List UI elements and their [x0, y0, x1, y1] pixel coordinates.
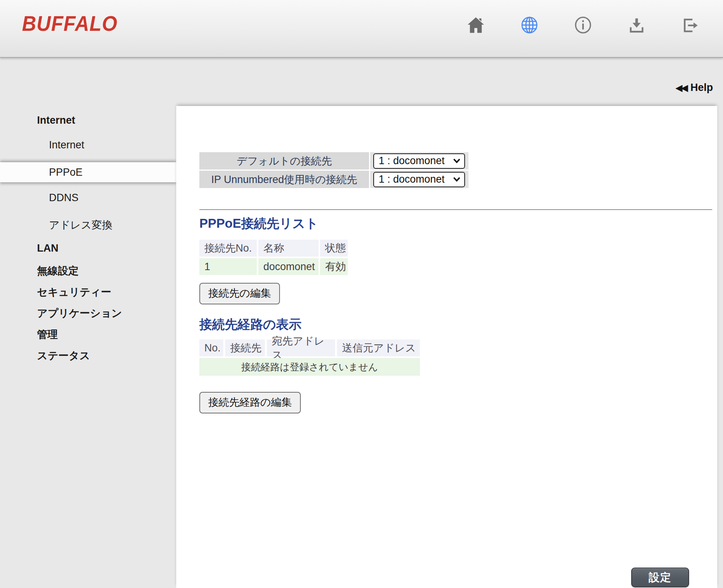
- default-destination-table: デフォルトの接続先 1 : docomonet IP Unnumbered使用時…: [199, 152, 469, 189]
- table-header-row: No. 接続先 宛先アドレス 送信元アドレス: [199, 339, 420, 356]
- sidebar-item-ddns[interactable]: DDNS: [49, 192, 79, 204]
- col-header-destination-no: 接続先No.: [199, 240, 257, 257]
- sidebar-item-pppoe[interactable]: PPPoE: [0, 162, 176, 182]
- header-icon-toolbar: [467, 16, 699, 34]
- home-icon[interactable]: [467, 16, 485, 34]
- cell-status: 有効: [320, 258, 348, 275]
- globe-icon[interactable]: [521, 16, 538, 34]
- unnumbered-destination-label: IP Unnumbered使用時の接続先: [199, 171, 369, 188]
- sidebar-section-security[interactable]: セキュリティー: [37, 285, 111, 299]
- col-header-status: 状態: [320, 240, 348, 257]
- routes-empty-message: 接続経路は登録されていません: [199, 358, 420, 376]
- help-link[interactable]: ◀◀ Help: [676, 82, 713, 94]
- cell-destination-no: 1: [199, 258, 257, 275]
- help-label: Help: [690, 82, 713, 94]
- sidebar-section-admin[interactable]: 管理: [37, 328, 58, 341]
- col-header-dest-address: 宛先アドレス: [267, 339, 335, 356]
- pppoe-list-table: 接続先No. 名称 状態 1 docomonet 有効: [199, 240, 348, 277]
- apply-settings-button[interactable]: 設定: [631, 568, 689, 587]
- table-row: IP Unnumbered使用時の接続先 1 : docomonet: [199, 171, 469, 188]
- unnumbered-destination-select[interactable]: 1 : docomonet: [373, 172, 465, 187]
- table-row: デフォルトの接続先 1 : docomonet: [199, 152, 469, 170]
- content-panel: デフォルトの接続先 1 : docomonet IP Unnumbered使用時…: [176, 106, 717, 588]
- col-header-destination: 接続先: [225, 339, 265, 356]
- default-destination-value: 1 : docomonet: [379, 155, 445, 167]
- table-row: 接続経路は登録されていません: [199, 358, 420, 376]
- col-header-no: No.: [199, 339, 223, 356]
- edit-destination-button[interactable]: 接続先の編集: [199, 283, 280, 304]
- edit-routes-button[interactable]: 接続先経路の編集: [199, 392, 301, 413]
- default-destination-cell: 1 : docomonet: [370, 152, 469, 170]
- routes-title: 接続先経路の表示: [199, 316, 302, 333]
- sidebar-section-internet[interactable]: Internet: [37, 114, 75, 126]
- help-arrows-icon: ◀◀: [676, 82, 687, 93]
- sidebar-section-applications[interactable]: アプリケーション: [37, 306, 122, 320]
- sidebar-section-status[interactable]: ステータス: [37, 349, 90, 363]
- download-icon[interactable]: [628, 16, 645, 34]
- sidebar-item-address-translation[interactable]: アドレス変換: [49, 218, 113, 232]
- sidebar-item-pppoe-label: PPPoE: [49, 166, 83, 178]
- buffalo-logo: BUFFALO: [22, 12, 118, 36]
- default-destination-label: デフォルトの接続先: [199, 152, 369, 170]
- chevron-down-icon: [453, 177, 460, 182]
- cell-name: docomonet: [258, 258, 319, 275]
- sidebar-nav: Internet Internet PPPoE DDNS アドレス変換 LAN …: [0, 58, 176, 588]
- col-header-src-address: 送信元アドレス: [337, 339, 420, 356]
- logout-icon[interactable]: [681, 16, 699, 34]
- sidebar-section-lan[interactable]: LAN: [37, 242, 59, 254]
- section-divider: [199, 209, 712, 210]
- info-icon[interactable]: [574, 16, 592, 34]
- pppoe-list-title: PPPoE接続先リスト: [199, 215, 319, 232]
- top-header-bar: BUFFALO: [0, 0, 723, 58]
- sidebar-item-internet[interactable]: Internet: [49, 139, 84, 151]
- col-header-name: 名称: [258, 240, 319, 257]
- sidebar-section-wireless[interactable]: 無線設定: [37, 264, 79, 278]
- table-row: 1 docomonet 有効: [199, 258, 348, 275]
- default-destination-select[interactable]: 1 : docomonet: [373, 153, 465, 169]
- unnumbered-destination-cell: 1 : docomonet: [370, 171, 469, 188]
- routes-table: No. 接続先 宛先アドレス 送信元アドレス 接続経路は登録されていません: [199, 339, 420, 377]
- chevron-down-icon: [453, 158, 460, 163]
- unnumbered-destination-value: 1 : docomonet: [379, 173, 445, 185]
- table-header-row: 接続先No. 名称 状態: [199, 240, 348, 257]
